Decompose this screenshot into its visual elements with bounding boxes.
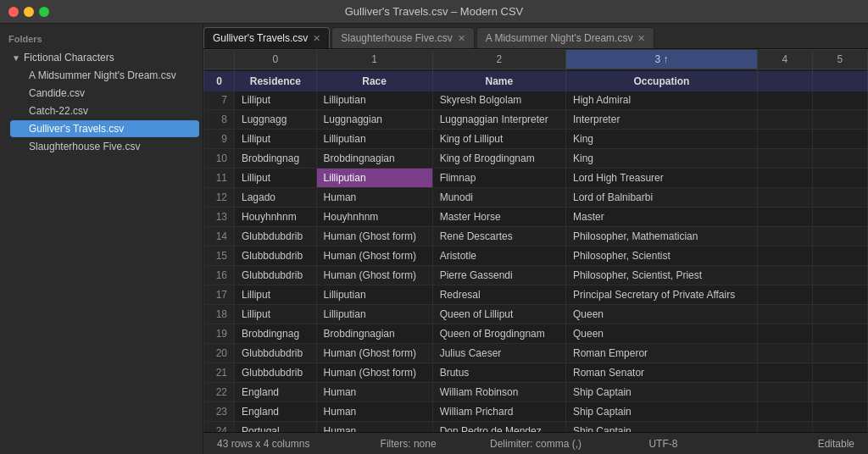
- cell-4[interactable]: [757, 285, 812, 305]
- sidebar-item-3[interactable]: Gulliver's Travels.csv: [10, 120, 199, 137]
- cell-name[interactable]: Julius Caeser: [432, 344, 565, 363]
- cell-occupation[interactable]: Ship Captain: [566, 402, 758, 422]
- cell-4[interactable]: [757, 305, 812, 324]
- cell-race[interactable]: Human (Ghost form): [316, 246, 432, 266]
- cell-name[interactable]: William Prichard: [432, 402, 565, 422]
- cell-race[interactable]: Human: [316, 383, 432, 402]
- tab-close-1[interactable]: ✕: [458, 33, 465, 44]
- cell-occupation[interactable]: Interpreter: [566, 110, 758, 130]
- cell-occupation[interactable]: King: [566, 130, 758, 149]
- cell-race[interactable]: Houyhnhnm: [316, 208, 432, 227]
- cell-4[interactable]: [757, 227, 812, 246]
- cell-4[interactable]: [757, 149, 812, 169]
- cell-4[interactable]: [757, 363, 812, 383]
- cell-residence[interactable]: Luggnagg: [235, 110, 317, 130]
- cell-name[interactable]: King of Lilliput: [432, 130, 565, 149]
- cell-5[interactable]: [812, 383, 867, 402]
- cell-5[interactable]: [812, 305, 867, 324]
- cell-name[interactable]: Aristotle: [432, 246, 565, 266]
- cell-4[interactable]: [757, 422, 812, 433]
- cell-race[interactable]: Lilliputian: [316, 169, 432, 188]
- cell-race[interactable]: Human: [316, 422, 432, 433]
- cell-race[interactable]: Lilliputian: [316, 305, 432, 324]
- cell-5[interactable]: [812, 285, 867, 305]
- sidebar-item-1[interactable]: Candide.csv: [10, 85, 199, 102]
- cell-name[interactable]: Queen of Lilliput: [432, 305, 565, 324]
- tab-close-2[interactable]: ✕: [637, 33, 645, 44]
- cell-5[interactable]: [812, 402, 867, 422]
- cell-race[interactable]: Human: [316, 402, 432, 422]
- cell-race[interactable]: Brobdingnagian: [316, 149, 432, 169]
- cell-5[interactable]: [812, 91, 867, 110]
- field-race[interactable]: Race: [316, 70, 432, 91]
- cell-5[interactable]: [812, 246, 867, 266]
- cell-5[interactable]: [812, 227, 867, 246]
- cell-name[interactable]: Munodi: [432, 188, 565, 208]
- cell-residence[interactable]: England: [235, 383, 317, 402]
- sidebar-item-2[interactable]: Catch-22.csv: [10, 102, 199, 119]
- cell-race[interactable]: Human (Ghost form): [316, 344, 432, 363]
- cell-residence[interactable]: Lilliput: [235, 305, 317, 324]
- cell-4[interactable]: [757, 344, 812, 363]
- cell-4[interactable]: [757, 188, 812, 208]
- cell-4[interactable]: [757, 383, 812, 402]
- cell-5[interactable]: [812, 130, 867, 149]
- cell-race[interactable]: Human (Ghost form): [316, 266, 432, 285]
- tab-close-0[interactable]: ✕: [313, 33, 320, 44]
- cell-5[interactable]: [812, 324, 867, 344]
- col-header-3[interactable]: 3 ↑: [566, 50, 758, 69]
- cell-residence[interactable]: Portugal: [235, 422, 317, 433]
- cell-occupation[interactable]: Roman Emperor: [566, 344, 758, 363]
- field-5[interactable]: [812, 70, 867, 91]
- col-header-4[interactable]: 4: [757, 50, 812, 69]
- cell-4[interactable]: [757, 208, 812, 227]
- cell-residence[interactable]: England: [235, 402, 317, 422]
- cell-name[interactable]: Flimnap: [432, 169, 565, 188]
- sidebar-group-header[interactable]: ▼ Fictional Characters: [7, 49, 203, 66]
- cell-name[interactable]: King of Brogdingnam: [432, 149, 565, 169]
- cell-race[interactable]: Lilliputian: [316, 285, 432, 305]
- cell-occupation[interactable]: Philosopher, Scientist, Priest: [566, 266, 758, 285]
- cell-residence[interactable]: Brobdingnag: [235, 149, 317, 169]
- maximize-button[interactable]: [39, 7, 49, 17]
- cell-residence[interactable]: Houyhnhnm: [235, 208, 317, 227]
- cell-5[interactable]: [812, 266, 867, 285]
- cell-4[interactable]: [757, 130, 812, 149]
- cell-occupation[interactable]: Ship Captain: [566, 383, 758, 402]
- cell-4[interactable]: [757, 324, 812, 344]
- cell-residence[interactable]: Lagado: [235, 188, 317, 208]
- tab-midsummer[interactable]: A Midsummer Night's Dream.csv ✕: [476, 27, 655, 48]
- cell-residence[interactable]: Lilliput: [235, 130, 317, 149]
- cell-4[interactable]: [757, 246, 812, 266]
- cell-occupation[interactable]: Principal Secretary of Private Affairs: [566, 285, 758, 305]
- cell-5[interactable]: [812, 208, 867, 227]
- cell-race[interactable]: Human (Ghost form): [316, 363, 432, 383]
- cell-name[interactable]: René Descartes: [432, 227, 565, 246]
- cell-4[interactable]: [757, 110, 812, 130]
- cell-race[interactable]: Lilliputian: [316, 91, 432, 110]
- tab-slaughterhouse[interactable]: Slaughterhouse Five.csv ✕: [331, 27, 474, 48]
- cell-race[interactable]: Brobdingnagian: [316, 324, 432, 344]
- close-button[interactable]: [8, 7, 19, 17]
- cell-name[interactable]: Pierre Gassendi: [432, 266, 565, 285]
- cell-occupation[interactable]: Roman Senator: [566, 363, 758, 383]
- cell-residence[interactable]: Glubbdubdrib: [235, 246, 317, 266]
- cell-occupation[interactable]: Queen: [566, 305, 758, 324]
- field-residence[interactable]: Residence: [235, 70, 317, 91]
- cell-occupation[interactable]: Lord of Balnibarbi: [566, 188, 758, 208]
- cell-name[interactable]: William Robinson: [432, 383, 565, 402]
- cell-4[interactable]: [757, 169, 812, 188]
- cell-name[interactable]: Queen of Brogdingnam: [432, 324, 565, 344]
- cell-occupation[interactable]: King: [566, 149, 758, 169]
- cell-race[interactable]: Luggnaggian: [316, 110, 432, 130]
- cell-5[interactable]: [812, 363, 867, 383]
- cell-residence[interactable]: Glubbdubdrib: [235, 344, 317, 363]
- col-header-1[interactable]: 1: [316, 50, 432, 69]
- sidebar-item-0[interactable]: A Midsummer Night's Dream.csv: [10, 67, 199, 84]
- cell-name[interactable]: Redresal: [432, 285, 565, 305]
- cell-race[interactable]: Human (Ghost form): [316, 227, 432, 246]
- cell-5[interactable]: [812, 149, 867, 169]
- cell-name[interactable]: Skyresh Bolgolam: [432, 91, 565, 110]
- cell-race[interactable]: Human: [316, 188, 432, 208]
- sidebar-item-4[interactable]: Slaughterhouse Five.csv: [10, 138, 199, 155]
